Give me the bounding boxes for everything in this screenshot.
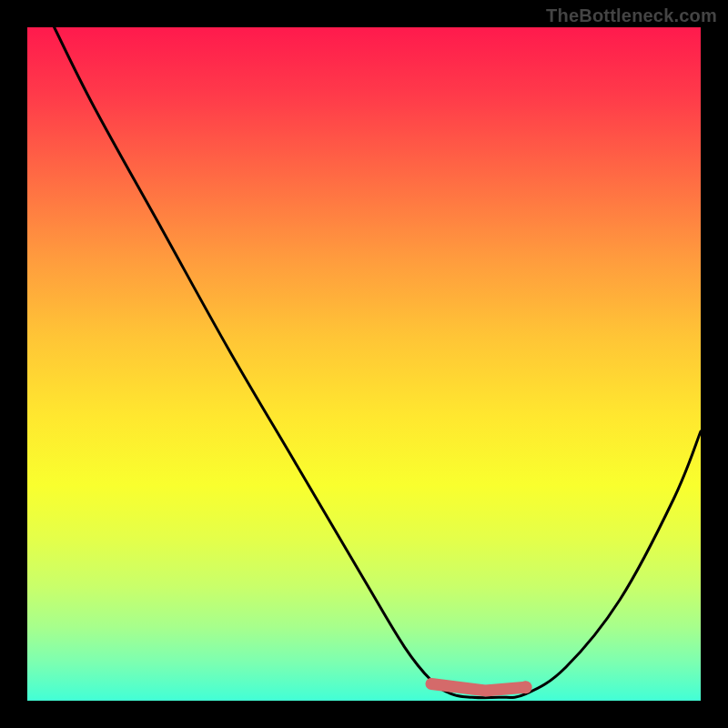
optimal-range-end-dot bbox=[520, 681, 532, 693]
chart-svg bbox=[27, 27, 701, 701]
plot-area bbox=[27, 27, 701, 701]
optimal-range-marker bbox=[431, 684, 526, 691]
watermark-text: TheBottleneck.com bbox=[546, 5, 717, 26]
bottleneck-curve bbox=[55, 27, 701, 698]
chart-frame: TheBottleneck.com bbox=[0, 0, 728, 728]
